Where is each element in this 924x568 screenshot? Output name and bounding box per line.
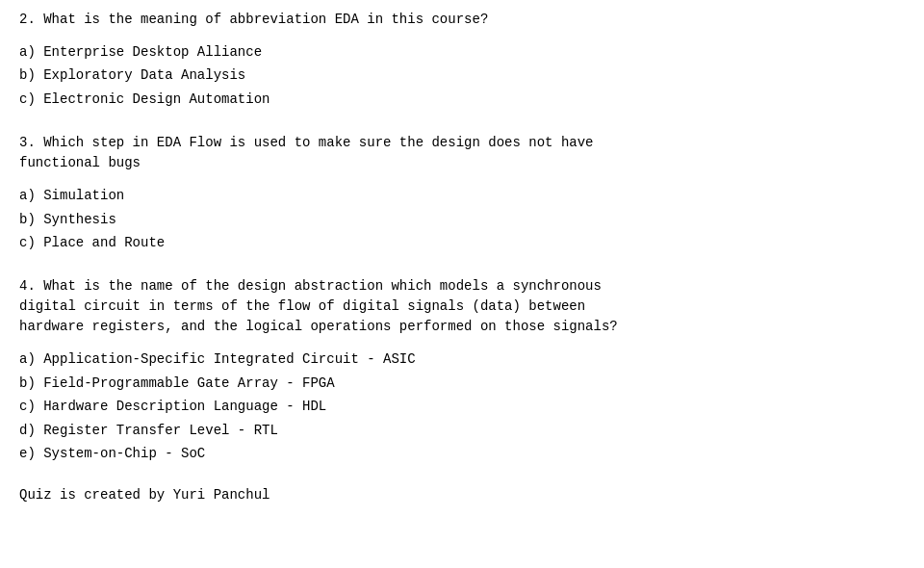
question-4-answers: a) Application-Specific Integrated Circu… <box>19 349 905 464</box>
list-item: b) Field-Programmable Gate Array - FPGA <box>19 373 905 394</box>
question-4: 4. What is the name of the design abstra… <box>19 276 905 464</box>
main-content: 2. What is the meaning of abbreviation E… <box>19 10 905 503</box>
footer-text: Quiz is created by Yuri Panchul <box>19 487 905 503</box>
question-2-answers: a) Enterprise Desktop Alliance b) Explor… <box>19 41 905 110</box>
question-2: 2. What is the meaning of abbreviation E… <box>19 10 905 110</box>
question-2-text: 2. What is the meaning of abbreviation E… <box>19 10 905 30</box>
question-3: 3. Which step in EDA Flow is used to mak… <box>19 133 905 253</box>
list-item: c) Electronic Design Automation <box>19 89 905 110</box>
list-item: c) Hardware Description Language - HDL <box>19 396 905 417</box>
list-item: a) Application-Specific Integrated Circu… <box>19 349 905 370</box>
list-item: d) Register Transfer Level - RTL <box>19 420 905 441</box>
question-3-answers: a) Simulation b) Synthesis c) Place and … <box>19 185 905 253</box>
list-item: e) System-on-Chip - SoC <box>19 443 905 464</box>
list-item: a) Simulation <box>19 185 905 206</box>
question-4-text: 4. What is the name of the design abstra… <box>19 276 905 337</box>
list-item: b) Synthesis <box>19 209 905 230</box>
list-item: b) Exploratory Data Analysis <box>19 65 905 86</box>
question-3-text: 3. Which step in EDA Flow is used to mak… <box>19 133 905 173</box>
list-item: a) Enterprise Desktop Alliance <box>19 41 905 63</box>
list-item: c) Place and Route <box>19 232 905 253</box>
